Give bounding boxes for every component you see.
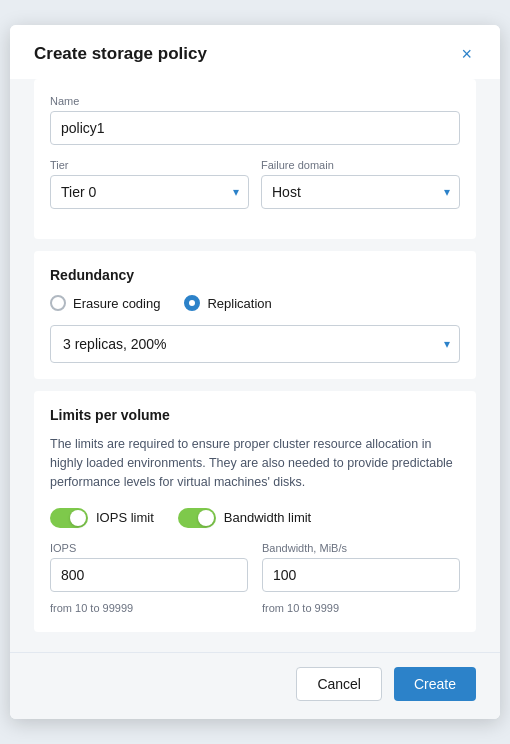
bandwidth-toggle[interactable] — [178, 508, 216, 528]
dialog-body: Name Tier Tier 0 Tier 1 Tier 2 ▾ — [10, 79, 500, 651]
limits-description: The limits are required to ensure proper… — [50, 435, 460, 491]
close-button[interactable]: × — [457, 43, 476, 65]
iops-toggle-track — [50, 508, 88, 528]
failure-domain-label: Failure domain — [261, 159, 460, 171]
tier-failure-row: Tier Tier 0 Tier 1 Tier 2 ▾ Failure doma… — [50, 159, 460, 223]
replicas-select-wrapper: 1 replica, 100% 2 replicas, 200% 3 repli… — [50, 325, 460, 363]
limits-inputs-row: IOPS Bandwidth, MiB/s — [50, 542, 460, 592]
redundancy-section: Redundancy Erasure coding Replication 1 … — [34, 251, 476, 379]
iops-toggle-label: IOPS limit — [96, 510, 154, 525]
erasure-coding-option[interactable]: Erasure coding — [50, 295, 160, 311]
limits-section: Limits per volume The limits are require… — [34, 391, 476, 631]
dialog-header: Create storage policy × — [10, 25, 500, 79]
bandwidth-hint-group: from 10 to 9999 — [262, 598, 460, 616]
tier-select[interactable]: Tier 0 Tier 1 Tier 2 — [50, 175, 249, 209]
failure-domain-select[interactable]: Host Rack Zone — [261, 175, 460, 209]
erasure-coding-label: Erasure coding — [73, 296, 160, 311]
basic-fields-section: Name Tier Tier 0 Tier 1 Tier 2 ▾ — [34, 79, 476, 239]
bandwidth-toggle-label: Bandwidth limit — [224, 510, 311, 525]
limits-title: Limits per volume — [50, 407, 460, 423]
name-label: Name — [50, 95, 460, 107]
iops-toggle-item: IOPS limit — [50, 508, 154, 528]
erasure-coding-radio[interactable] — [50, 295, 66, 311]
bandwidth-hint: from 10 to 9999 — [262, 602, 339, 614]
replication-label: Replication — [207, 296, 271, 311]
create-button[interactable]: Create — [394, 667, 476, 701]
tier-select-wrapper: Tier 0 Tier 1 Tier 2 ▾ — [50, 175, 249, 209]
toggles-row: IOPS limit Bandwidth limit — [50, 508, 460, 528]
tier-label: Tier — [50, 159, 249, 171]
iops-label: IOPS — [50, 542, 248, 554]
failure-domain-field-group: Failure domain Host Rack Zone ▾ — [261, 159, 460, 223]
bandwidth-label: Bandwidth, MiB/s — [262, 542, 460, 554]
redundancy-title: Redundancy — [50, 267, 460, 283]
bandwidth-input-group: Bandwidth, MiB/s — [262, 542, 460, 592]
redundancy-radio-group: Erasure coding Replication — [50, 295, 460, 311]
dialog-footer: Cancel Create — [10, 652, 500, 719]
create-storage-policy-dialog: Create storage policy × Name Tier Tier 0… — [10, 25, 500, 718]
replicas-select[interactable]: 1 replica, 100% 2 replicas, 200% 3 repli… — [50, 325, 460, 363]
failure-domain-select-wrapper: Host Rack Zone ▾ — [261, 175, 460, 209]
bandwidth-input[interactable] — [262, 558, 460, 592]
tier-field-group: Tier Tier 0 Tier 1 Tier 2 ▾ — [50, 159, 249, 209]
cancel-button[interactable]: Cancel — [296, 667, 382, 701]
replication-radio[interactable] — [184, 295, 200, 311]
bandwidth-toggle-item: Bandwidth limit — [178, 508, 311, 528]
hints-row: from 10 to 99999 from 10 to 9999 — [50, 598, 460, 616]
iops-hint-group: from 10 to 99999 — [50, 598, 248, 616]
iops-input-group: IOPS — [50, 542, 248, 592]
iops-hint: from 10 to 99999 — [50, 602, 133, 614]
iops-toggle-thumb — [70, 510, 86, 526]
iops-input[interactable] — [50, 558, 248, 592]
iops-toggle[interactable] — [50, 508, 88, 528]
name-field-group: Name — [50, 95, 460, 145]
dialog-title: Create storage policy — [34, 44, 207, 64]
bandwidth-toggle-track — [178, 508, 216, 528]
replication-option[interactable]: Replication — [184, 295, 271, 311]
bandwidth-toggle-thumb — [198, 510, 214, 526]
name-input[interactable] — [50, 111, 460, 145]
